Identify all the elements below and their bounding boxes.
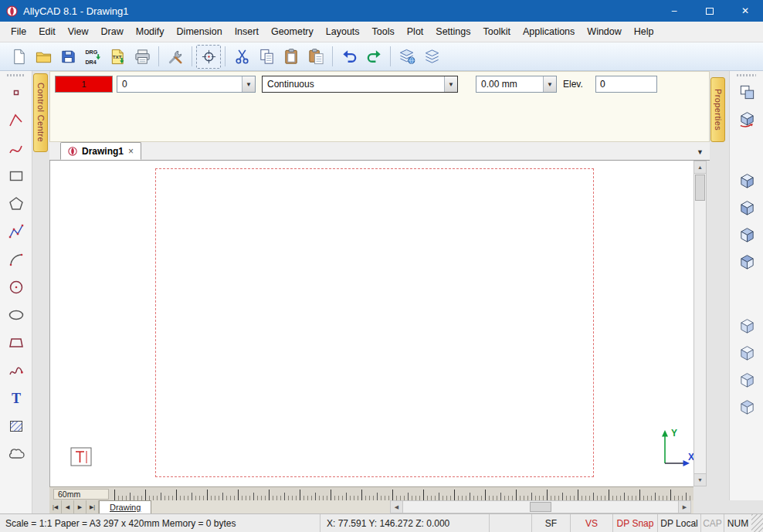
- menu-file[interactable]: File: [5, 22, 32, 41]
- minimize-button[interactable]: –: [656, 0, 692, 22]
- axon-view-sw-button[interactable]: [730, 394, 763, 421]
- scroll-right-button[interactable]: ▶: [678, 501, 690, 513]
- menu-tools[interactable]: Tools: [366, 22, 401, 41]
- iso-view-se-button[interactable]: [730, 222, 763, 249]
- menu-layouts[interactable]: Layouts: [320, 22, 366, 41]
- cloud-tool[interactable]: [0, 440, 32, 468]
- new-file-button[interactable]: [6, 45, 31, 69]
- ortho-views-button[interactable]: [730, 79, 763, 106]
- maximize-button[interactable]: [692, 0, 727, 22]
- spline-tool[interactable]: [0, 134, 32, 162]
- chevron-down-icon[interactable]: ▼: [543, 76, 556, 92]
- pen-color-swatch[interactable]: 1: [55, 76, 113, 93]
- rotate-view-button[interactable]: [730, 106, 763, 133]
- next-sheet-button[interactable]: ▶: [74, 500, 86, 513]
- layer-list-icon: [423, 48, 441, 66]
- toggle-vs[interactable]: VS: [570, 514, 612, 532]
- line-tool[interactable]: [0, 107, 32, 134]
- axon-view-se-button[interactable]: [730, 367, 763, 394]
- previous-sheet-button[interactable]: ◀: [62, 500, 74, 513]
- export-txt-button[interactable]: TXT: [105, 45, 130, 69]
- paste-special-button[interactable]: [304, 45, 328, 69]
- axon-view-nw-button[interactable]: [730, 340, 763, 367]
- menu-applications[interactable]: Applications: [517, 22, 581, 41]
- open-file-button[interactable]: [31, 45, 56, 69]
- layer-list-button[interactable]: [419, 45, 444, 69]
- layer-manager-button[interactable]: [395, 45, 419, 69]
- hatch-tool[interactable]: [0, 412, 32, 440]
- toggle-num[interactable]: NUM: [724, 514, 751, 532]
- menu-settings[interactable]: Settings: [429, 22, 476, 41]
- sheet-tab-drawing[interactable]: Drawing: [99, 500, 151, 513]
- close-button[interactable]: ✕: [727, 0, 763, 22]
- ellipse-tool[interactable]: [0, 301, 32, 329]
- toggle-dp-snap[interactable]: DP Snap: [612, 514, 657, 532]
- text-tool[interactable]: T: [0, 385, 32, 412]
- polygon-tool[interactable]: [0, 190, 32, 218]
- circle-tool[interactable]: [0, 273, 32, 301]
- horizontal-scroll-thumb[interactable]: [530, 502, 551, 512]
- first-sheet-button[interactable]: |◀: [49, 500, 62, 513]
- paste-button[interactable]: [279, 45, 304, 69]
- menu-toolkit[interactable]: Toolkit: [476, 22, 516, 41]
- arc-tool[interactable]: [0, 246, 32, 273]
- layer-combo[interactable]: 0 ▼: [117, 76, 256, 93]
- chevron-down-icon[interactable]: ▼: [444, 76, 457, 92]
- text-cursor-marker: [69, 445, 95, 469]
- tools-settings-button[interactable]: [163, 45, 188, 69]
- trapezium-tool[interactable]: [0, 329, 32, 357]
- toggle-cap[interactable]: CAP: [700, 514, 724, 532]
- cut-button[interactable]: [229, 45, 254, 69]
- last-sheet-button[interactable]: ▶|: [86, 500, 99, 513]
- menu-insert[interactable]: Insert: [229, 22, 265, 41]
- linetype-combo[interactable]: Continuous ▼: [262, 76, 458, 93]
- chevron-down-icon[interactable]: ▼: [242, 76, 255, 92]
- point-tool[interactable]: [0, 79, 32, 107]
- menu-modify[interactable]: Modify: [130, 22, 171, 41]
- menu-view[interactable]: View: [62, 22, 95, 41]
- vertical-scrollbar[interactable]: ▲ ▼: [693, 161, 707, 486]
- redo-button[interactable]: [361, 45, 386, 69]
- control-centre-tab[interactable]: Control Centre: [33, 73, 48, 152]
- resize-grip[interactable]: [751, 514, 763, 532]
- tab-drawing1[interactable]: Drawing1 ×: [60, 142, 141, 160]
- iso-view-nw-button[interactable]: [730, 195, 763, 222]
- rectangle-tool[interactable]: [0, 162, 32, 190]
- tab-list-button[interactable]: ▼: [697, 148, 704, 156]
- scroll-left-button[interactable]: ◀: [391, 501, 403, 513]
- allycad-window: AllyCAD 8.1 - Drawing1 – ✕ File Edit Vie…: [0, 0, 763, 532]
- properties-tab[interactable]: Properties: [710, 77, 725, 142]
- drawing-canvas[interactable]: Y X: [49, 161, 693, 486]
- lineweight-combo[interactable]: 0.00 mm ▼: [476, 76, 557, 93]
- menu-geometry[interactable]: Geometry: [265, 22, 320, 41]
- save-file-button[interactable]: [56, 45, 80, 69]
- toggle-dp-local[interactable]: DP Local: [657, 514, 700, 532]
- scroll-up-button[interactable]: ▲: [694, 161, 706, 174]
- undo-button[interactable]: [337, 45, 361, 69]
- toolbox-grip[interactable]: [737, 74, 756, 76]
- import-drg-button[interactable]: DRGDR4: [80, 45, 105, 69]
- horizontal-scrollbar[interactable]: ◀ ▶: [390, 500, 691, 513]
- snap-target-button[interactable]: [196, 45, 221, 69]
- print-button[interactable]: [130, 45, 154, 69]
- menu-dimension[interactable]: Dimension: [171, 22, 229, 41]
- toggle-sf[interactable]: SF: [531, 514, 570, 532]
- vertical-scroll-thumb[interactable]: [695, 175, 705, 201]
- polyline-tool[interactable]: [0, 218, 32, 246]
- copy-button[interactable]: [254, 45, 279, 69]
- menu-window[interactable]: Window: [581, 22, 627, 41]
- close-icon[interactable]: ×: [128, 146, 134, 157]
- menu-help[interactable]: Help: [628, 22, 660, 41]
- open-folder-icon: [35, 48, 53, 66]
- menu-plot[interactable]: Plot: [401, 22, 430, 41]
- tools-icon: [167, 48, 185, 66]
- freehand-tool[interactable]: [0, 357, 32, 385]
- menu-edit[interactable]: Edit: [32, 22, 62, 41]
- elevation-field[interactable]: [595, 76, 657, 93]
- toolbox-grip[interactable]: [7, 74, 25, 76]
- menu-draw[interactable]: Draw: [95, 22, 130, 41]
- iso-view-ne-button[interactable]: [730, 168, 763, 195]
- scroll-down-button[interactable]: ▼: [694, 473, 706, 486]
- iso-view-sw-button[interactable]: [730, 249, 763, 276]
- axon-view-ne-button[interactable]: [730, 313, 763, 340]
